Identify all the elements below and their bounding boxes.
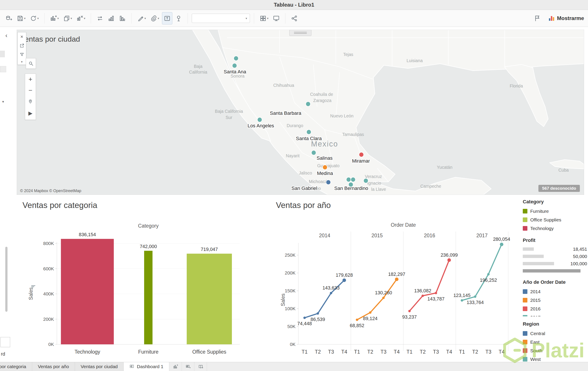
clear-sheet-icon[interactable]: ▾ — [75, 12, 87, 24]
legend-item[interactable]: 2016 — [523, 304, 588, 313]
svg-text:800K: 800K — [43, 241, 54, 246]
point-2014-T4[interactable] — [343, 278, 346, 282]
text-label-icon[interactable]: T — [162, 12, 172, 24]
legend-item[interactable]: 2014 — [523, 287, 588, 296]
line-2017[interactable] — [462, 244, 502, 300]
refresh-icon[interactable]: ▾ — [28, 12, 40, 24]
map-dot[interactable] — [257, 117, 262, 122]
collapse-pane-button[interactable]: ‹ — [2, 31, 10, 40]
chevron-down-icon[interactable]: ▾ — [18, 59, 26, 64]
left-pane-caret-icon[interactable]: ▾ — [2, 100, 4, 104]
legend-item[interactable]: Central — [523, 329, 588, 338]
pin-map-button[interactable] — [25, 96, 36, 107]
presentation-pointer-icon[interactable] — [532, 12, 542, 24]
worksheet-new-icon[interactable]: ▾ — [49, 12, 60, 24]
point-2015-T4[interactable] — [395, 278, 399, 281]
toolbar-separator — [188, 13, 188, 24]
map-dot[interactable] — [323, 165, 327, 170]
bar-office-supplies[interactable] — [187, 254, 232, 344]
map-search-button[interactable] — [26, 58, 36, 69]
tab-dashboard-1[interactable]: Dashboard 1 — [124, 362, 169, 371]
export-icon[interactable] — [18, 41, 26, 50]
point-2014-T3[interactable] — [330, 292, 332, 294]
sort-asc-icon[interactable] — [106, 12, 116, 24]
legend-item[interactable]: 2015 — [523, 296, 588, 304]
map-dot[interactable] — [234, 56, 238, 61]
show-cards-icon[interactable]: ▾ — [258, 12, 270, 24]
point-2014-T2[interactable] — [317, 312, 319, 315]
map-dot[interactable] — [346, 177, 351, 182]
point-2017-T3[interactable] — [487, 273, 490, 276]
map-tools-expand-button[interactable]: ▶ — [25, 107, 36, 120]
share-icon[interactable] — [289, 12, 299, 24]
tab-ventas-por-año[interactable]: Ventas por año — [32, 362, 75, 371]
zoom-out-button[interactable]: − — [25, 85, 36, 96]
point-2017-T4[interactable] — [500, 243, 503, 246]
zoom-in-button[interactable]: + — [25, 74, 36, 85]
legend-item[interactable]: West — [523, 355, 588, 362]
paperclip-icon[interactable]: ▾ — [149, 12, 161, 24]
profit-legend-item[interactable]: 18,451 — [523, 246, 587, 253]
point-2015-T1[interactable] — [356, 319, 358, 321]
datasource-new-icon[interactable] — [4, 12, 14, 24]
legend-item[interactable]: 2017 — [523, 313, 588, 316]
sort-desc-icon[interactable] — [117, 12, 127, 24]
map-dot[interactable] — [326, 180, 331, 185]
legend-item[interactable]: Office Supplies — [523, 216, 588, 224]
point-2017-T1[interactable] — [461, 299, 463, 302]
tab-ventas-por-categoria[interactable]: Ventas por categoria — [0, 362, 32, 371]
legend-item[interactable]: Furniture — [523, 207, 588, 216]
legend-item[interactable]: East — [523, 338, 588, 346]
map-svg[interactable]: BajaCaliforniaSonoraChihuahuaCoahuila de… — [17, 30, 584, 195]
highlighter-icon[interactable]: ▾ — [136, 12, 147, 24]
tab-ventas-por-ciudad[interactable]: Ventas por ciudad — [75, 362, 124, 371]
line-2016[interactable] — [410, 260, 449, 311]
profit-legend-item[interactable] — [523, 267, 587, 275]
line-chart[interactable]: Order Date20142015201620170K50K100K150K2… — [277, 221, 514, 364]
new-dashboard-button[interactable] — [182, 362, 194, 371]
map-dot[interactable] — [359, 152, 364, 157]
svg-text:Order Date: Order Date — [391, 222, 416, 228]
profit-legend-item[interactable]: 50,000 — [523, 253, 587, 260]
filter-icon[interactable] — [18, 50, 26, 59]
new-story-button[interactable] — [194, 362, 207, 371]
bar-technology[interactable] — [61, 239, 114, 344]
dashboard-object-handle[interactable] — [289, 30, 311, 36]
presentation-mode-icon[interactable] — [271, 12, 281, 24]
bar-chart[interactable]: Category0K200K400K600K800K836,154Technol… — [24, 221, 246, 364]
duplicate-icon[interactable]: ▾ — [62, 12, 74, 24]
line-chart-worksheet[interactable]: Ventas por año Order Date201420152016201… — [266, 195, 516, 362]
point-2016-T2[interactable] — [422, 295, 424, 297]
close-icon[interactable]: × — [18, 32, 26, 41]
point-2016-T1[interactable] — [408, 310, 411, 312]
profit-value: 18,451 — [573, 247, 587, 252]
pin-icon[interactable] — [174, 12, 184, 24]
fit-selector[interactable]: ▾ — [192, 14, 250, 23]
swap-axes-icon[interactable] — [95, 12, 105, 24]
bar-chart-worksheet[interactable]: Ventas por categoria Category0K200K400K6… — [13, 195, 266, 362]
bar-furniture[interactable] — [144, 251, 153, 344]
point-2014-T1[interactable] — [304, 317, 306, 319]
svg-text:T4: T4 — [341, 349, 347, 355]
point-2016-T3[interactable] — [435, 292, 437, 294]
point-2017-T2[interactable] — [474, 295, 476, 298]
point-2016-T4[interactable] — [447, 258, 451, 262]
save-icon[interactable]: ▾ — [15, 12, 27, 24]
map-dot[interactable] — [306, 102, 310, 106]
legend-item[interactable]: Technology — [523, 224, 588, 233]
left-pane-scrollbar[interactable] — [5, 247, 8, 312]
new-worksheet-button[interactable] — [169, 362, 182, 371]
legend-item[interactable]: South — [523, 346, 588, 355]
map-dot[interactable] — [351, 177, 355, 182]
map-dot[interactable] — [232, 63, 237, 68]
point-2015-T2[interactable] — [369, 311, 372, 314]
point-2015-T3[interactable] — [382, 297, 385, 299]
map-dot[interactable] — [363, 178, 368, 183]
map-dot[interactable] — [311, 150, 316, 155]
map-worksheet[interactable]: BajaCaliforniaSonoraChihuahuaCoahuila de… — [17, 30, 584, 195]
show-me-button[interactable]: Mostrarme — [548, 15, 584, 21]
unknown-values-badge[interactable]: 567 desconocido — [538, 185, 580, 192]
line-2015[interactable] — [357, 279, 397, 320]
profit-legend-item[interactable]: 100,000 — [523, 260, 587, 267]
map-dot[interactable] — [306, 130, 311, 134]
